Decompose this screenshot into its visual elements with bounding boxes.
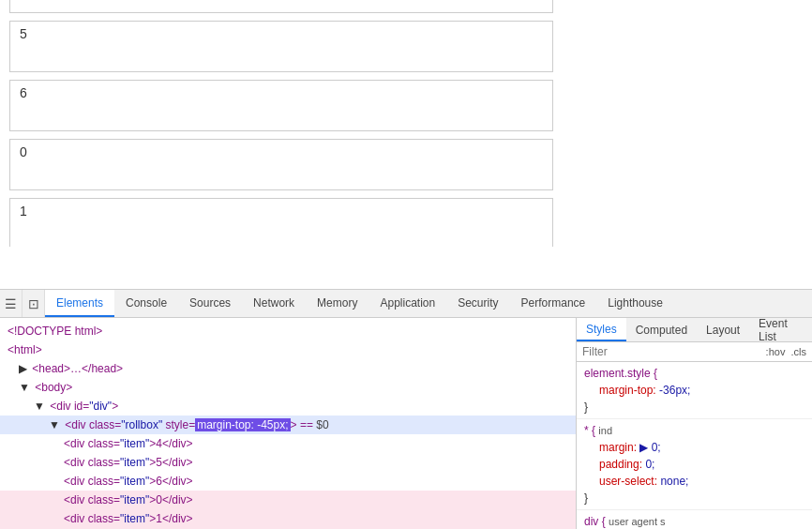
rollbox: 456012	[0, 0, 812, 247]
html-line-selected[interactable]: ▼ <div class="rollbox" style=margin-top:…	[0, 416, 576, 434]
universal-rule: * { ind margin: ▶ 0; padding: 0; user-se…	[577, 419, 812, 510]
div-id-tag: <div id="div">	[50, 400, 118, 413]
style-property: user-select:	[599, 475, 657, 488]
tab-performance[interactable]: Performance	[510, 290, 597, 317]
subtab-computed[interactable]: Computed	[626, 318, 697, 341]
tab-security[interactable]: Security	[446, 290, 509, 317]
style-value: none;	[660, 475, 688, 488]
tab-elements[interactable]: Elements	[45, 290, 114, 317]
element-style-rule: element.style { margin-top: -36px; }	[577, 362, 812, 419]
html-line: <!DOCTYPE html>	[0, 322, 576, 340]
expand-icon[interactable]: ▼	[34, 400, 45, 413]
expand-icon[interactable]: ▼	[19, 381, 30, 394]
tab-console[interactable]: Console	[114, 290, 178, 317]
viewport-item: 4	[9, 0, 553, 13]
html-line: <html>	[0, 340, 576, 359]
style-property: padding:	[599, 458, 642, 471]
styles-filter-input[interactable]	[582, 345, 695, 358]
styles-filter-bar: :hov .cls	[577, 342, 812, 362]
style-property: margin-top:	[599, 384, 656, 397]
rule-source: ind	[598, 425, 612, 436]
subtab-layout[interactable]: Layout	[697, 318, 749, 341]
item1-tag: <div class="item">1</div>	[64, 512, 193, 525]
devtools-body: <!DOCTYPE html> <html> ▶ <head>…</head> …	[0, 318, 812, 529]
styles-sub-tab-bar: Styles Computed Layout Event List	[577, 318, 812, 342]
doctype-tag: <!DOCTYPE html>	[8, 325, 102, 338]
item6-tag: <div class="item">6</div>	[64, 475, 193, 488]
style-property: margin:	[599, 441, 637, 454]
expand-icon[interactable]: ▼	[49, 418, 60, 431]
html-line: <div class="item">4</div>	[0, 434, 576, 453]
devtools-panel: ☰ ⊡ Elements Console Sources Network Mem…	[0, 289, 812, 529]
viewport-item: 5	[9, 21, 553, 72]
html-tag: <html>	[8, 343, 42, 356]
html-line: ▼ <div id="div">	[0, 397, 576, 416]
viewport-item: 1	[9, 198, 553, 247]
html-line: <div class="item">5</div>	[0, 453, 576, 472]
styles-panel: Styles Computed Layout Event List :hov .…	[577, 318, 812, 529]
html-line: ▶ <head>…</head>	[0, 359, 576, 378]
rule-close: }	[584, 491, 588, 505]
rule-close: }	[584, 401, 588, 414]
body-tag: <body>	[35, 381, 72, 394]
dock-icon[interactable]: ☰	[0, 290, 23, 317]
style-value: -36px;	[659, 384, 690, 397]
pseudo-class-buttons[interactable]: :hov .cls	[766, 346, 806, 357]
rule-selector: element.style {	[584, 367, 657, 380]
browser-viewport: 456012	[0, 0, 812, 289]
subtab-event-listeners[interactable]: Event List	[749, 318, 812, 341]
div-rule: div { user agent s display: block;	[577, 510, 812, 529]
html-line: <div class="item">6</div>	[0, 472, 576, 491]
item4-tag: <div class="item">4</div>	[64, 437, 193, 450]
style-value: 0;	[645, 458, 654, 471]
rule-selector: * {	[584, 424, 595, 437]
viewport-item: 6	[9, 80, 553, 131]
head-tag: <head>…</head>	[32, 362, 123, 375]
html-tree-panel[interactable]: <!DOCTYPE html> <html> ▶ <head>…</head> …	[0, 318, 577, 529]
subtab-styles[interactable]: Styles	[577, 318, 626, 341]
style-value: ▶ 0;	[639, 441, 660, 454]
tab-lighthouse[interactable]: Lighthouse	[596, 290, 674, 317]
html-line: <div class="item">1</div>	[0, 509, 576, 528]
expand-icon[interactable]: ▶	[19, 362, 27, 375]
tab-memory[interactable]: Memory	[306, 290, 368, 317]
viewport-item: 0	[9, 139, 553, 190]
rule-source: user agent s	[609, 516, 666, 527]
tab-network[interactable]: Network	[242, 290, 306, 317]
tab-sources[interactable]: Sources	[178, 290, 242, 317]
item0-tag: <div class="item">0</div>	[64, 493, 193, 506]
html-line: ▼ <body>	[0, 378, 576, 397]
html-line: <div class="item">0</div>	[0, 491, 576, 509]
rule-selector: div {	[584, 515, 606, 528]
item5-tag: <div class="item">5</div>	[64, 456, 193, 469]
devtools-tab-bar: ☰ ⊡ Elements Console Sources Network Mem…	[0, 290, 812, 318]
rollbox-tag: <div class="rollbox" style=margin-top: -…	[65, 418, 328, 431]
tab-application[interactable]: Application	[368, 290, 446, 317]
inspect-icon[interactable]: ⊡	[23, 290, 45, 317]
